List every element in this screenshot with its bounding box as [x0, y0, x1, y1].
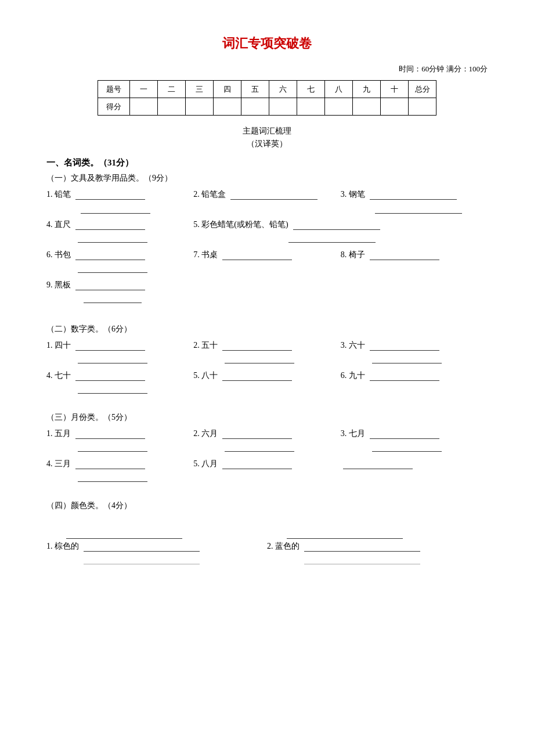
num1-answer[interactable]: [75, 340, 145, 351]
item1-extra[interactable]: [81, 203, 150, 214]
num1-extra[interactable]: [78, 353, 147, 363]
extra-row-4-5: [46, 232, 488, 243]
sub2-title: （二）数字类。（6分）: [46, 324, 488, 334]
item7-num: 7. 书桌: [193, 250, 218, 260]
score-header-cell: 二: [158, 81, 186, 98]
color2-extra-top[interactable]: [287, 528, 403, 539]
item5-answer[interactable]: [293, 219, 380, 230]
item3-extra[interactable]: [375, 203, 462, 214]
num5-answer[interactable]: [222, 370, 292, 381]
extra-row-1-2-3: [46, 203, 488, 214]
item3-num: 3. 钢笔: [341, 189, 365, 200]
num-item-6: 6. 九十: [341, 370, 488, 381]
num2-answer[interactable]: [222, 340, 292, 351]
color-extra-top: [46, 528, 488, 539]
item4-answer[interactable]: [75, 219, 145, 230]
score-value-cell[interactable]: [297, 98, 325, 116]
extra-row-6-7-8: [46, 262, 488, 273]
month1-answer[interactable]: [75, 429, 145, 439]
item6-extra[interactable]: [78, 262, 147, 273]
num6-answer[interactable]: [370, 370, 439, 381]
item4-extra[interactable]: [78, 232, 147, 243]
item7-answer[interactable]: [222, 250, 292, 260]
item8-answer[interactable]: [370, 250, 439, 260]
month1-extra[interactable]: [78, 441, 147, 452]
month-item-5: 5. 八月: [193, 459, 340, 469]
color1-extra-top[interactable]: [66, 528, 182, 539]
color2-answer[interactable]: [304, 541, 420, 552]
score-header-cell: 五: [241, 81, 269, 98]
item-5: 5. 彩色蜡笔(或粉笔、铅笔): [193, 219, 488, 230]
month4-extra[interactable]: [78, 471, 147, 482]
item5-extra[interactable]: [288, 232, 376, 243]
score-value-cell[interactable]: [158, 98, 186, 116]
month3-extra[interactable]: [372, 441, 442, 452]
score-value-cell[interactable]: [269, 98, 297, 116]
score-value-cell[interactable]: [353, 98, 381, 116]
month2-answer[interactable]: [222, 429, 292, 439]
item9-num: 9. 黑板: [46, 280, 71, 290]
month5-label: 5. 八月: [193, 459, 218, 469]
item9-extra[interactable]: [84, 293, 142, 303]
num-row-4-5-6: 4. 七十 5. 八十 6. 九十: [46, 370, 488, 381]
score-value-cell[interactable]: [409, 98, 436, 116]
score-value-cell[interactable]: [186, 98, 214, 116]
num4-extra[interactable]: [78, 383, 147, 394]
month-extra-right[interactable]: [343, 459, 413, 469]
item3-answer[interactable]: [370, 189, 457, 200]
subtitle1: 主题词汇梳理: [46, 126, 488, 136]
month2-extra[interactable]: [225, 441, 294, 452]
item1-answer[interactable]: [75, 189, 145, 200]
score-value-cell[interactable]: [325, 98, 353, 116]
color-row-1-2: 1. 棕色的 2. 蓝色的: [46, 541, 488, 552]
color1-answer[interactable]: [84, 541, 200, 552]
item6-answer[interactable]: [75, 250, 145, 260]
item5-num: 5. 彩色蜡笔(或粉笔、铅笔): [193, 219, 288, 230]
color-item-2: 2. 蓝色的: [267, 541, 488, 552]
item-6: 6. 书包: [46, 250, 193, 260]
month-extra-row-4-5: [46, 471, 488, 482]
num2-extra[interactable]: [225, 353, 294, 363]
score-value-cell[interactable]: [214, 98, 241, 116]
score-value-cell[interactable]: 得分: [98, 98, 130, 116]
score-value-cell[interactable]: [130, 98, 158, 116]
item-2: 2. 铅笔盒: [193, 189, 340, 200]
month4-answer[interactable]: [75, 459, 145, 469]
score-header-cell: 题号: [98, 81, 130, 98]
num-row-1-2-3: 1. 四十 2. 五十 3. 六十: [46, 340, 488, 351]
page-title: 词汇专项突破卷: [46, 35, 488, 52]
item-8: 8. 椅子: [341, 250, 488, 260]
color2-extra-bottom[interactable]: [304, 554, 420, 564]
time-info: 时间：60分钟 满分：100分: [46, 64, 488, 74]
num-item-5: 5. 八十: [193, 370, 340, 381]
sub3-title: （三）月份类。（5分）: [46, 412, 488, 423]
section1-title: 一、名词类。（31分）: [46, 157, 488, 168]
score-value-cell[interactable]: [241, 98, 269, 116]
score-value-cell[interactable]: [381, 98, 409, 116]
num3-extra[interactable]: [372, 353, 442, 363]
item9-answer[interactable]: [75, 280, 145, 290]
color1-num: 1. 棕色的: [46, 541, 79, 552]
month3-answer[interactable]: [370, 429, 439, 439]
item1-num: 1. 铅笔: [46, 189, 71, 200]
num6-label: 6. 九十: [341, 370, 365, 381]
month5-answer[interactable]: [222, 459, 292, 469]
num4-label: 4. 七十: [46, 370, 71, 381]
item-9: 9. 黑板: [46, 280, 193, 290]
score-header-cell: 三: [186, 81, 214, 98]
month3-label: 3. 七月: [341, 429, 365, 439]
item8-num: 8. 椅子: [341, 250, 365, 260]
month-item-3: 3. 七月: [341, 429, 488, 439]
num-item-3: 3. 六十: [341, 340, 488, 351]
color-extra-bottom: [46, 554, 488, 564]
color1-extra-bottom[interactable]: [84, 554, 200, 564]
item-4: 4. 直尺: [46, 219, 193, 230]
score-header-cell: 九: [353, 81, 381, 98]
score-header-cell: 八: [325, 81, 353, 98]
item-1: 1. 铅笔: [46, 189, 193, 200]
row-4-5: 4. 直尺 5. 彩色蜡笔(或粉笔、铅笔): [46, 219, 488, 230]
num4-answer[interactable]: [75, 370, 145, 381]
item2-answer[interactable]: [230, 189, 317, 200]
sub4-title: （四）颜色类。（4分）: [46, 501, 488, 511]
num3-answer[interactable]: [370, 340, 439, 351]
